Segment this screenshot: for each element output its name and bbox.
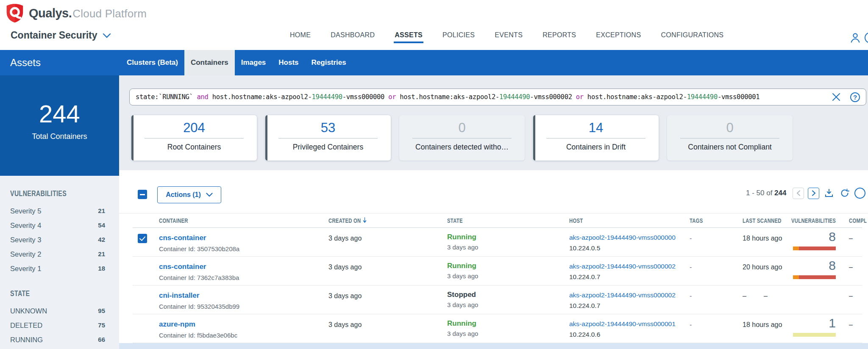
tab-images[interactable]: Images [235,50,273,75]
container-name-link[interactable]: cns-container [159,263,206,271]
summary-card[interactable]: 204 Root Containers [131,115,257,161]
col-host[interactable]: HOST [569,217,583,224]
help-icon[interactable]: ? [850,92,860,102]
qualys-logo[interactable]: Qualys.Cloud Platform [6,3,147,23]
host-link[interactable]: aks-azpool2-19444490-vmss000002 [569,263,676,270]
chevron-left-icon [796,190,801,196]
card-label: Containers detected witho… [399,143,525,152]
total-containers-panel: 244 Total Containers [0,75,119,176]
container-name-link[interactable]: cns-container [159,234,206,242]
container-security-page: Qualys.Cloud Platform Container Security… [0,0,868,349]
nav-item-home[interactable]: HOME [290,31,311,39]
select-all-checkbox[interactable] [138,190,147,199]
chevron-down-icon [103,33,111,38]
prev-page-button[interactable] [793,188,804,199]
total-containers-value: 244 [0,101,119,127]
nav-item-policies[interactable]: POLICIES [442,31,475,39]
sidebar-section: VULNERABILITIES Severity 5 21 Severity 4… [10,188,105,276]
pagination-range: 1 - 50 of 244 [746,189,786,197]
vulnerability-count[interactable]: 8 [764,258,836,273]
host-link[interactable]: aks-azpool2-19444490-vmss000000 [569,234,676,241]
notifications-icon[interactable] [865,32,868,43]
state-cell: Running 3 days ago [447,319,478,337]
host-cell: aks-azpool2-19444490-vmss000002 10.224.0… [569,263,676,281]
col-state[interactable]: STATE [447,217,463,224]
table-row[interactable]: cni-installer Container Id: 95320435db99… [119,285,868,314]
query-segment: -vmss000000 [342,93,388,101]
card-value: 0 [667,120,793,136]
nav-item-reports[interactable]: REPORTS [542,31,576,39]
tab-hosts[interactable]: Hosts [272,50,305,75]
module-picker[interactable]: Container Security [11,30,111,41]
col-tags[interactable]: TAGS [690,217,703,224]
nav-item-dashboard[interactable]: DASHBOARD [331,31,375,39]
brand-suffix: Cloud Platform [72,7,147,20]
query-search-box[interactable]: state:`RUNNING` and host.hostname:aks-az… [129,89,866,105]
host-link[interactable]: aks-azpool2-19444490-vmss000002 [569,291,676,299]
summary-card[interactable]: 0 Containers detected witho… [399,115,525,161]
vulnerability-bar-segment [799,247,836,250]
tab-containers[interactable]: Containers [184,50,235,75]
tags-cell: - [690,235,692,242]
card-value: 204 [131,120,257,136]
sidebar-filter-item[interactable]: DELETED 75 [10,318,105,332]
host-link[interactable]: aks-azpool2-19444490-vmss000001 [569,320,676,327]
query-segment: -vmss000002 [530,93,576,101]
card-divider [546,138,645,138]
clear-search-icon[interactable] [832,92,841,102]
download-button[interactable] [823,187,835,199]
nav-item-events[interactable]: EVENTS [495,31,523,39]
assets-bar: Assets Clusters (Beta)ContainersImagesHo… [0,50,868,75]
table-row[interactable]: azure-npm Container Id: f5bdae3e06bc 3 d… [119,314,868,343]
sidebar-filter-item[interactable]: RUNNING 66 [10,332,105,347]
container-name-link[interactable]: azure-npm [159,320,195,328]
summary-card[interactable]: 14 Containers in Drift [533,115,659,161]
card-label: Containers in Drift [533,143,659,152]
next-page-button[interactable] [808,188,819,199]
table-row[interactable]: cns-container Container Id: 3507530b208a… [119,228,868,257]
table-row[interactable]: cns-container Container Id: 7362c7a383ba… [119,257,868,285]
vulnerability-bar [793,247,836,250]
vulnerabilities-cell: 8 [764,230,836,250]
state-cell: Running 3 days ago [447,233,478,251]
col-created-on[interactable]: CREATED ON [328,217,367,224]
tags-cell: - [690,263,692,271]
sidebar-filter-item[interactable]: Severity 1 18 [10,261,105,276]
search-input[interactable]: state:`RUNNING` and host.hostname:aks-az… [136,93,832,101]
vulnerability-count[interactable]: 8 [764,230,836,244]
container-id: Container Id: 95320435db99 [159,303,239,310]
col-compliance[interactable]: COMPL [849,217,867,224]
created-on-cell: 3 days ago [328,292,362,300]
sidebar-filter-item[interactable]: Severity 5 21 [10,204,105,218]
user-icon[interactable] [849,31,862,44]
col-container[interactable]: CONTAINER [159,217,188,224]
row-checkbox[interactable] [138,234,147,243]
nav-item-configurations[interactable]: CONFIGURATIONS [661,31,723,39]
refresh-button[interactable] [839,187,851,199]
vulnerability-count[interactable]: 1 [764,316,836,330]
actions-button[interactable]: Actions (1) [157,186,221,203]
sidebar-filter-item[interactable]: Severity 2 21 [10,247,105,261]
tab-registries[interactable]: Registries [305,50,353,75]
card-divider [680,138,779,138]
card-value: 0 [399,120,525,136]
nav-item-assets[interactable]: ASSETS [395,31,423,39]
sidebar-filter-item[interactable]: UNKNOWN 95 [10,304,105,318]
sidebar-filter-item[interactable]: Severity 4 54 [10,218,105,233]
query-segment: or [576,93,584,101]
col-last-scanned[interactable]: LAST SCANNED [743,217,782,224]
card-divider [412,138,512,138]
tab-clusters-beta[interactable]: Clusters (Beta) [120,50,184,75]
col-vulnerabilities[interactable]: VULNERABILITIES [791,217,836,224]
settings-icon[interactable] [854,188,865,199]
summary-card[interactable]: 0 Containers not Compliant [667,115,793,161]
sidebar-filter-item[interactable]: Severity 3 42 [10,233,105,247]
card-label: Root Containers [131,143,257,152]
card-label: Privileged Containers [265,143,391,152]
container-name-link[interactable]: cni-installer [159,291,199,299]
nav-item-exceptions[interactable]: EXCEPTIONS [596,31,641,39]
summary-card[interactable]: 53 Privileged Containers [265,115,391,161]
compliance-cell: – [849,321,853,329]
card-label: Containers not Compliant [667,143,793,152]
chevron-down-icon [206,193,213,197]
